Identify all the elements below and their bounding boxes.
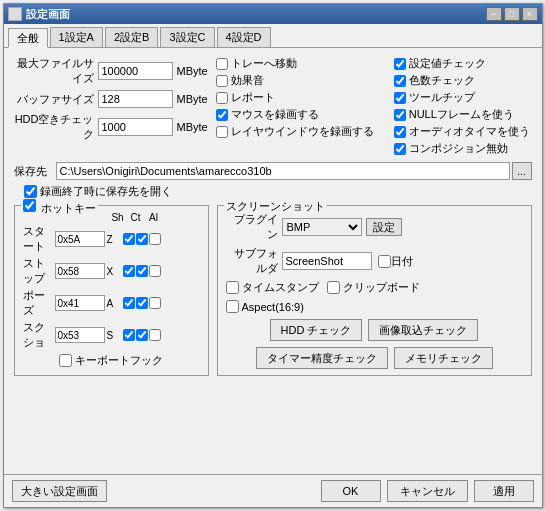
timer-check-button[interactable]: タイマー精度チェック [256,347,388,369]
bottom-bar-left: 大きい設定画面 [12,480,107,502]
hotkey-start-code[interactable] [55,231,105,247]
cb-report-label: レポート [231,90,275,105]
cb-layout-row: レイヤウインドウを録画する [216,124,374,139]
hotkey-pause-code[interactable] [55,295,105,311]
browse-button[interactable]: ... [512,162,532,180]
sc-clipboard-row: クリップボード [327,280,420,295]
cb-comp[interactable] [394,143,406,155]
tabs-bar: 全般 1設定A 2設定B 3設定C 4設定D [4,24,542,48]
cb-report[interactable] [216,92,228,104]
titlebar: 設定画面 − □ × [4,4,542,24]
hotkey-pause-key: A [107,298,121,309]
apply-button[interactable]: 適用 [474,480,534,502]
keyboard-hook-checkbox[interactable] [59,354,72,367]
sc-checks-line: タイムスタンプ クリップボード [226,280,523,297]
tab-4d[interactable]: 4設定D [217,27,271,47]
buf-size-input[interactable] [98,90,173,108]
hotkey-screenshot-al[interactable] [149,329,161,341]
cb-setval[interactable] [394,58,406,70]
sc-plugin-select[interactable]: BMP PNG JPG [282,218,362,236]
hotkey-screenshot-sh[interactable] [123,329,135,341]
hdd-check-row: HDD空きチェック MByte [14,112,208,142]
max-file-input[interactable] [98,62,173,80]
hotkey-screenshot-ct[interactable] [136,329,148,341]
hotkey-pause-al[interactable] [149,297,161,309]
hotkey-pause-name: ポーズ [23,288,55,318]
save-path-input[interactable] [56,162,510,180]
sc-clipboard-label: クリップボード [343,280,420,295]
cb-layout[interactable] [216,126,228,138]
cb-mouse-label: マウスを録画する [231,107,319,122]
hotkey-start-name: スタート [23,224,55,254]
hotkey-stop-ct[interactable] [136,265,148,277]
hotkey-stop-code[interactable] [55,263,105,279]
hotkey-row-stop: ストップ X [23,256,200,286]
sc-subfolder-input[interactable] [282,252,372,270]
cb-color[interactable] [394,75,406,87]
hotkey-pause-ct[interactable] [136,297,148,309]
hotkey-panel-title: ホットキー [21,199,98,216]
hotkey-enabled-checkbox[interactable] [23,199,36,212]
bottom-bar: 大きい設定画面 OK キャンセル 適用 [4,474,542,507]
sc-aspect-checkbox[interactable] [226,300,239,313]
cb-report-row: レポート [216,90,374,105]
settings-window: 設定画面 − □ × 全般 1設定A 2設定B 3設定C 4設定D 最大ファイル… [3,3,543,508]
hotkey-screenshot-code[interactable] [55,327,105,343]
buf-size-label: バッファサイズ [14,92,94,107]
action-buttons: HDD チェック 画像取込チェック タイマー精度チェック メモリチェック [226,319,523,369]
hdd-check-label: HDD空きチェック [14,112,94,142]
minimize-button[interactable]: − [486,7,502,21]
cb-audio[interactable] [394,126,406,138]
buf-size-row: バッファサイズ MByte [14,90,208,108]
hotkey-start-ct[interactable] [136,233,148,245]
right-checks-col2: 設定値チェック 色数チェック ツールチップ NULLフレームを使う [394,56,530,158]
sc-timestamp-label: タイムスタンプ [242,280,319,295]
cb-trash[interactable] [216,58,228,70]
cb-comp-row: コンポジション無効 [394,141,530,156]
hotkey-stop-sh[interactable] [123,265,135,277]
sc-date-checkbox[interactable] [378,255,391,268]
screenshot-panel: スクリーンショット プラグイン BMP PNG JPG 設定 サブフォルダ [217,205,532,376]
cancel-button[interactable]: キャンセル [387,480,468,502]
cb-tool[interactable] [394,92,406,104]
big-settings-button[interactable]: 大きい設定画面 [12,480,107,502]
image-check-button[interactable]: 画像取込チェック [368,319,478,341]
hotkey-start-checks [123,233,161,245]
cb-trash-label: トレーへ移動 [231,56,297,71]
cb-null[interactable] [394,109,406,121]
tab-all[interactable]: 全般 [8,28,48,48]
right-checks: トレーへ移動 効果音 レポート マウスを録画する [216,56,532,158]
maximize-button[interactable]: □ [504,7,520,21]
sc-plugin-row: プラグイン BMP PNG JPG 設定 [226,212,523,242]
col-al: Al [145,212,163,223]
hotkey-pause-checks [123,297,161,309]
cb-audio-row: オーディオタイマを使う [394,124,530,139]
tab-2b[interactable]: 2設定B [105,27,158,47]
cb-comp-label: コンポジション無効 [409,141,508,156]
left-fields: 最大ファイルサイズ MByte バッファサイズ MByte HDD空きチェック … [14,56,208,158]
hotkey-start-al[interactable] [149,233,161,245]
ok-button[interactable]: OK [321,480,381,502]
tab-1a[interactable]: 1設定A [50,27,103,47]
max-file-label: 最大ファイルサイズ [14,56,94,86]
cb-mouse[interactable] [216,109,228,121]
hotkey-panel: ホットキー Sh Ct Al スタート Z [14,205,209,376]
close-button[interactable]: × [522,7,538,21]
hdd-check-button[interactable]: HDD チェック [270,319,363,341]
hotkey-start-sh[interactable] [123,233,135,245]
cb-effect[interactable] [216,75,228,87]
sc-clipboard-checkbox[interactable] [327,281,340,294]
sc-timestamp-checkbox[interactable] [226,281,239,294]
tab-3c[interactable]: 3設定C [160,27,214,47]
hotkey-stop-al[interactable] [149,265,161,277]
sc-set-button[interactable]: 設定 [366,218,402,236]
main-content: 最大ファイルサイズ MByte バッファサイズ MByte HDD空きチェック … [4,48,542,474]
open-on-stop-checkbox[interactable] [24,185,37,198]
hotkey-pause-sh[interactable] [123,297,135,309]
sc-subfolder-label: サブフォルダ [226,246,278,276]
memory-check-button[interactable]: メモリチェック [394,347,493,369]
sc-date-check-row: 日付 [378,254,413,269]
hotkey-screenshot-name: スクショ [23,320,55,350]
save-row: 保存先 ... [14,162,532,180]
hdd-check-input[interactable] [98,118,173,136]
